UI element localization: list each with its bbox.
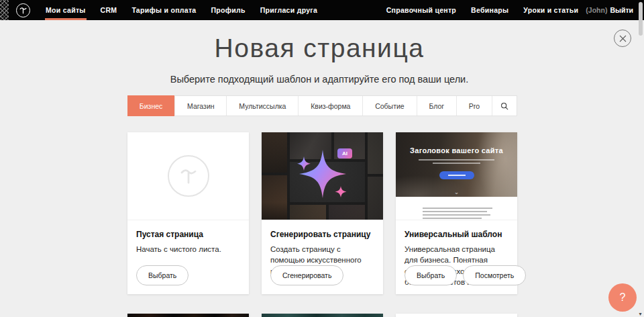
tab-store[interactable]: Магазин xyxy=(175,96,227,116)
search-tab[interactable] xyxy=(492,96,517,116)
texture-strip xyxy=(0,0,9,20)
tilda-logo-button[interactable] xyxy=(9,0,37,20)
ai-sparkle-icon xyxy=(262,132,383,220)
template-paragraph-placeholder xyxy=(423,208,494,220)
template-cards-grid: Пустая страница Начать с чистого листа. … xyxy=(127,132,517,294)
tab-blog[interactable]: Блог xyxy=(417,96,457,116)
card-title: Универсальный шаблон xyxy=(405,230,508,239)
card-blank-page[interactable]: Пустая страница Начать с чистого листа. … xyxy=(127,132,249,294)
nav-item-webinars[interactable]: Вебинары xyxy=(464,0,516,20)
card-body: Пустая страница Начать с чистого листа. … xyxy=(127,220,249,294)
chevron-down-icon: ⌄ xyxy=(396,189,517,195)
top-navbar: Мои сайты CRM Тарифы и оплата Профиль Пр… xyxy=(0,0,644,20)
page-title: Новая страница xyxy=(0,34,639,63)
tab-quiz-form[interactable]: Квиз-форма xyxy=(299,96,363,116)
card-ai-generate[interactable]: AI Сгенерировать страницу Создать страни… xyxy=(262,132,383,294)
generate-button[interactable]: Сгенерировать xyxy=(270,265,343,285)
help-button[interactable]: ? xyxy=(608,283,637,312)
tab-pro[interactable]: Pro xyxy=(457,96,492,116)
tilda-logo-outline-icon xyxy=(168,155,209,197)
card-body: Сгенерировать страницу Создать страницу … xyxy=(262,220,383,294)
search-icon xyxy=(500,102,508,110)
scrollbar-thumb[interactable] xyxy=(639,2,643,36)
tab-business[interactable]: Бизнес xyxy=(127,95,175,116)
nav-item-tariffs[interactable]: Тарифы и оплата xyxy=(124,0,203,20)
template-hero: Заголовок вашего сайта ⌄ xyxy=(396,132,517,197)
logout-link[interactable]: Выйти xyxy=(610,0,633,20)
template-card-partial[interactable] xyxy=(396,314,517,317)
card-body: Универсальный шаблон Универсальная стран… xyxy=(396,220,517,294)
nav-item-invite-friend[interactable]: Пригласи друга xyxy=(253,0,325,20)
template-card-partial[interactable] xyxy=(262,314,383,317)
card-description: Начать с чистого листа. xyxy=(136,244,240,255)
nav-item-profile[interactable]: Профиль xyxy=(203,0,252,20)
select-template-button[interactable]: Выбрать xyxy=(405,265,457,285)
card-title: Пустая страница xyxy=(136,230,240,239)
view-template-button[interactable]: Посмотреть xyxy=(463,265,526,285)
page-subtitle: Выберите подходящий шаблон и адаптируйте… xyxy=(0,74,639,85)
template-cards-grid-row2 xyxy=(127,314,517,317)
nav-item-lessons[interactable]: Уроки и статьи xyxy=(516,0,586,20)
nav-item-my-sites[interactable]: Мои сайты xyxy=(38,0,93,20)
template-cta-button xyxy=(439,171,474,179)
tilda-logo-icon xyxy=(16,3,30,17)
card-title: Сгенерировать страницу xyxy=(270,230,374,239)
navbar-right-menu: Справочный центр Вебинары Уроки и статьи… xyxy=(379,0,633,20)
ai-badge: AI xyxy=(337,148,352,158)
blank-page-preview xyxy=(127,132,249,220)
card-universal-template[interactable]: Заголовок вашего сайта ⌄ Универсальный ш… xyxy=(396,132,517,294)
nav-item-crm[interactable]: CRM xyxy=(93,0,125,20)
template-hero-title: Заголовок вашего сайта xyxy=(396,146,517,154)
navbar-left-menu: Мои сайты CRM Тарифы и оплата Профиль Пр… xyxy=(38,0,325,20)
template-card-partial[interactable] xyxy=(127,314,249,317)
tab-multilink[interactable]: Мультиссылка xyxy=(227,96,299,116)
template-category-tabs: Бизнес Магазин Мультиссылка Квиз-форма С… xyxy=(127,95,517,116)
tab-event[interactable]: Событие xyxy=(363,96,417,116)
user-name: (John) xyxy=(586,0,610,20)
select-blank-button[interactable]: Выбрать xyxy=(136,265,189,285)
nav-item-help-center[interactable]: Справочный центр xyxy=(379,0,464,20)
ai-generate-preview: AI xyxy=(262,132,383,220)
scrollbar-down-arrow[interactable]: ▾ xyxy=(637,312,643,317)
template-preview: Заголовок вашего сайта ⌄ xyxy=(396,132,517,220)
